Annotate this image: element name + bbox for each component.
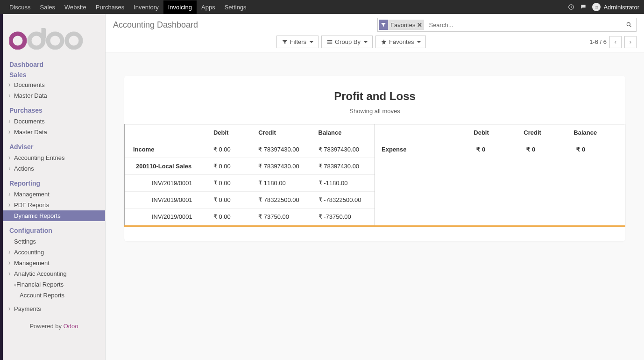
sidebar-item-financial-reports[interactable]: Financial Reports: [3, 279, 105, 290]
sidebar-head-sales[interactable]: Sales: [3, 70, 105, 79]
search-input[interactable]: [425, 20, 622, 30]
pager-prev-button[interactable]: ‹: [609, 36, 622, 48]
sidebar-item-master-data[interactable]: Master Data: [3, 90, 105, 101]
control-panel: Accounting Dashboard Favorites ✕: [106, 14, 644, 52]
filters-button[interactable]: Filters: [276, 36, 318, 48]
table-row[interactable]: INV/2019/0001₹ 0.00₹ 1180.00₹ -1180.00: [125, 175, 375, 192]
nav-item-website[interactable]: Website: [60, 0, 91, 14]
chevron-down-icon: [364, 41, 368, 43]
column-header: Balance: [315, 124, 375, 141]
sidebar-head-adviser[interactable]: Adviser: [3, 141, 105, 152]
svg-point-6: [627, 22, 630, 26]
table-row[interactable]: 200110-Local Sales₹ 0.00₹ 78397430.00₹ 7…: [125, 158, 375, 175]
column-header: Debit: [210, 124, 255, 141]
groupby-button[interactable]: Group By: [321, 36, 373, 48]
sidebar-item-analytic-accounting[interactable]: Analytic Accounting: [3, 268, 105, 279]
sidebar-head-dashboard[interactable]: Dashboard: [3, 59, 105, 70]
column-header: [375, 124, 470, 141]
svg-rect-9: [327, 43, 333, 43]
svg-rect-8: [327, 42, 333, 42]
nav-item-purchases[interactable]: Purchases: [91, 0, 129, 14]
footer-brand[interactable]: Odoo: [64, 323, 78, 330]
sidebar-item-management[interactable]: Management: [3, 258, 105, 268]
logo[interactable]: [3, 14, 105, 59]
column-header: Debit: [470, 124, 520, 141]
sidebar-item-settings[interactable]: Settings: [3, 236, 105, 247]
svg-rect-3: [42, 29, 46, 38]
user-menu[interactable]: ◔ Administrator: [592, 3, 639, 11]
sidebar-item-accounting[interactable]: Accounting: [3, 247, 105, 258]
chevron-down-icon: [310, 41, 313, 43]
nav-item-invoicing[interactable]: Invoicing: [163, 0, 197, 14]
nav-item-apps[interactable]: Apps: [197, 0, 220, 14]
svg-point-5: [67, 34, 81, 48]
search-facet[interactable]: Favorites ✕: [379, 20, 424, 30]
page-title: Accounting Dashboard: [113, 20, 198, 30]
chevron-down-icon: [417, 41, 421, 43]
table-row[interactable]: INV/2019/0001₹ 0.00₹ 78322500.00₹ -78322…: [125, 192, 375, 209]
user-name: Administrator: [603, 4, 639, 11]
content-area: Accounting Dashboard Favorites ✕: [106, 14, 644, 360]
column-header: [125, 124, 210, 141]
expense-table: DebitCreditBalance Expense₹ 0₹ 0₹ 0: [375, 124, 625, 158]
sidebar-footer: Powered by Odoo: [3, 314, 105, 334]
table-row[interactable]: INV/2019/0001₹ 0.00₹ 73750.00₹ -73750.00: [125, 209, 375, 225]
report-left-column: DebitCreditBalance Income₹ 0.00₹ 7839743…: [124, 124, 375, 225]
nav-item-discuss[interactable]: Discuss: [5, 0, 35, 14]
clock-icon[interactable]: [568, 4, 574, 11]
svg-point-1: [11, 34, 25, 48]
close-icon[interactable]: ✕: [417, 22, 422, 29]
report-subtitle: Showing all moves: [124, 108, 625, 115]
search-bar[interactable]: Favorites ✕: [377, 18, 637, 32]
column-header: Balance: [570, 124, 625, 141]
income-table: DebitCreditBalance Income₹ 0.00₹ 7839743…: [125, 124, 375, 225]
sidebar-item-pdf-reports[interactable]: PDF Reports: [3, 200, 105, 210]
pager-text: 1-6 / 6: [589, 38, 607, 45]
sidebar-item-master-data[interactable]: Master Data: [3, 127, 105, 137]
sidebar-head-reporting[interactable]: Reporting: [3, 178, 105, 189]
favorites-button[interactable]: Favorites: [375, 36, 426, 48]
chat-icon[interactable]: [580, 4, 587, 11]
nav-item-sales[interactable]: Sales: [35, 0, 60, 14]
filter-icon: [379, 20, 388, 30]
search-facet-label: Favorites: [390, 22, 415, 29]
sidebar-item-dynamic-reports[interactable]: Dynamic Reports: [3, 210, 105, 221]
svg-rect-7: [327, 40, 333, 40]
avatar-icon: ◔: [592, 3, 601, 11]
sidebar-item-documents[interactable]: Documents: [3, 116, 105, 127]
column-header: Credit: [520, 124, 570, 141]
search-icon[interactable]: [622, 22, 636, 29]
sidebar-head-configuration[interactable]: Configuration: [3, 225, 105, 236]
column-header: Credit: [255, 124, 314, 141]
sidebar-item-account-reports[interactable]: Account Reports: [3, 290, 105, 301]
pager-next-button[interactable]: ›: [624, 36, 637, 48]
sidebar-head-purchases[interactable]: Purchases: [3, 105, 105, 116]
report-card: Profit and Loss Showing all moves DebitC…: [124, 76, 625, 241]
sidebar: Dashboard Sales Documents Master Data Pu…: [3, 14, 106, 360]
top-nav: DiscussSalesWebsitePurchasesInventoryInv…: [0, 0, 644, 14]
sidebar-item-documents[interactable]: Documents: [3, 79, 105, 90]
nav-item-settings[interactable]: Settings: [220, 0, 251, 14]
nav-item-inventory[interactable]: Inventory: [129, 0, 163, 14]
pager: 1-6 / 6 ‹ ›: [589, 36, 637, 48]
sidebar-item-actions[interactable]: Actions: [3, 163, 105, 174]
sidebar-item-payments[interactable]: Payments: [3, 303, 105, 314]
report-title: Profit and Loss: [124, 90, 625, 103]
svg-point-4: [48, 34, 62, 48]
report-right-column: DebitCreditBalance Expense₹ 0₹ 0₹ 0: [375, 124, 625, 225]
sidebar-item-management[interactable]: Management: [3, 189, 105, 200]
sidebar-item-accounting-entries[interactable]: Accounting Entries: [3, 152, 105, 163]
table-row[interactable]: Income₹ 0.00₹ 78397430.00₹ 78397430.00: [125, 141, 375, 158]
table-row[interactable]: Expense₹ 0₹ 0₹ 0: [375, 141, 625, 158]
